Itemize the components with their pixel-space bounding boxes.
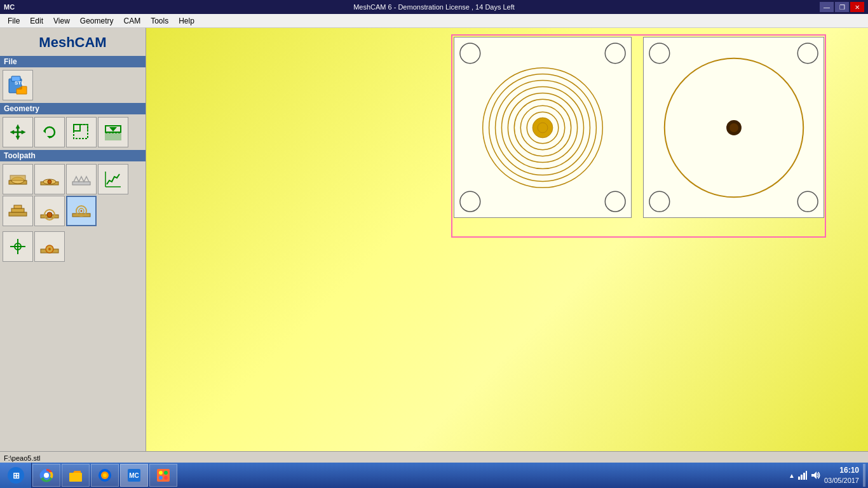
region-finish-button[interactable] — [34, 196, 65, 226]
svg-point-36 — [605, 191, 625, 212]
open-file-button[interactable]: STL — [3, 70, 33, 100]
origin-button[interactable] — [34, 231, 65, 262]
svg-point-48 — [797, 43, 818, 64]
app-icon-label: MC — [4, 3, 15, 11]
titlebar-left: MC — [4, 3, 15, 11]
svg-point-66 — [164, 471, 168, 475]
svg-point-68 — [164, 476, 168, 480]
svg-rect-10 — [10, 175, 25, 180]
taskbar-meshcam[interactable]: MC — [120, 464, 148, 487]
app-title: MeshCAM — [0, 28, 146, 56]
svg-point-46 — [538, 123, 548, 133]
section-toolpath: Toolpath — [0, 150, 146, 161]
menu-view[interactable]: View — [48, 15, 75, 27]
svg-point-67 — [159, 476, 163, 480]
toolpath-panel-left — [454, 37, 632, 218]
taskbar-explorer[interactable] — [62, 464, 90, 487]
section-geometry: Geometry — [0, 103, 146, 114]
zero-point-button[interactable] — [3, 231, 33, 262]
clock-date: 03/05/2017 — [824, 476, 859, 485]
file-tools: STL — [0, 67, 146, 103]
toolpath-chart-button[interactable] — [98, 164, 128, 194]
svg-rect-17 — [9, 212, 27, 216]
svg-rect-72 — [806, 471, 807, 480]
clock: 16:10 03/05/2017 — [824, 465, 859, 485]
network-icon — [797, 470, 808, 480]
taskbar: ⊞ MC — [0, 463, 868, 488]
svg-rect-69 — [798, 477, 800, 480]
svg-point-57 — [44, 473, 49, 478]
svg-point-47 — [649, 43, 670, 64]
scale-tool-button[interactable] — [66, 117, 97, 147]
svg-point-32 — [48, 248, 51, 250]
svg-point-33 — [460, 43, 480, 64]
sidebar: MeshCAM File STL Geometry — [0, 28, 146, 451]
volume-icon — [810, 470, 820, 480]
minimize-button[interactable]: — — [820, 2, 834, 12]
svg-rect-58 — [69, 473, 82, 482]
titlebar: MC MeshCAM 6 - Demonstration License , 1… — [0, 0, 868, 14]
menu-geometry[interactable]: Geometry — [75, 15, 119, 27]
close-button[interactable]: ✕ — [850, 2, 864, 12]
move-tool-button[interactable] — [3, 117, 33, 147]
svg-point-61 — [103, 473, 107, 477]
clock-time: 16:10 — [824, 465, 859, 476]
svg-rect-19 — [14, 205, 22, 208]
svg-point-65 — [159, 471, 163, 475]
svg-point-34 — [605, 43, 625, 64]
section-file: File — [0, 56, 146, 67]
svg-point-50 — [797, 191, 818, 212]
window-title: MeshCAM 6 - Demonstration License , 14 D… — [0, 3, 868, 11]
main-area: MeshCAM File STL Geometry — [0, 28, 868, 451]
toolpath-panel-right — [643, 37, 824, 218]
taskbar-right: ▲ 16:10 03/05/2017 — [789, 464, 868, 487]
menu-file[interactable]: File — [3, 15, 25, 27]
menu-cam[interactable]: CAM — [119, 15, 146, 27]
pencil-cleanup-button[interactable] — [34, 164, 65, 194]
svg-rect-18 — [11, 208, 24, 212]
rotate-tool-button[interactable] — [34, 117, 65, 147]
3d-roughing-button[interactable] — [3, 164, 33, 194]
menu-tools[interactable]: Tools — [146, 15, 173, 27]
menu-help[interactable]: Help — [173, 15, 200, 27]
system-icons: ▲ — [789, 470, 820, 480]
show-desktop-button[interactable] — [863, 464, 865, 487]
taskbar-firefox[interactable] — [91, 464, 119, 487]
maximize-button[interactable]: ❐ — [835, 2, 849, 12]
taskbar-chrome[interactable] — [32, 464, 60, 487]
menu-edit[interactable]: Edit — [25, 15, 48, 27]
svg-rect-64 — [157, 469, 170, 482]
svg-rect-6 — [105, 133, 121, 140]
svg-point-22 — [47, 212, 52, 217]
svg-point-26 — [81, 210, 83, 212]
svg-text:⊞: ⊞ — [12, 471, 19, 480]
viewport-container — [451, 34, 826, 238]
svg-text:MC: MC — [129, 472, 139, 479]
taskbar-paint[interactable] — [149, 464, 177, 487]
extra-tools — [0, 229, 146, 264]
flatten-tool-button[interactable] — [98, 117, 128, 147]
statusbar: F:\peao5.stl — [0, 451, 868, 464]
svg-point-13 — [48, 180, 51, 184]
svg-point-35 — [460, 191, 480, 212]
svg-point-49 — [649, 191, 670, 212]
titlebar-controls: — ❐ ✕ — [820, 2, 864, 12]
machine-region-button[interactable] — [3, 196, 33, 226]
svg-rect-14 — [72, 182, 90, 185]
geometry-tools — [0, 114, 146, 150]
file-path: F:\peao5.stl — [4, 454, 40, 462]
active-toolpath-button[interactable] — [66, 196, 97, 226]
menubar: File Edit View Geometry CAM Tools Help — [0, 14, 868, 28]
svg-point-53 — [729, 123, 738, 132]
svg-text:STL: STL — [15, 80, 24, 86]
svg-rect-70 — [801, 475, 803, 480]
start-button[interactable]: ⊞ — [0, 463, 32, 488]
canvas-area[interactable] — [146, 28, 868, 451]
toolpath-tools — [0, 161, 146, 229]
parallel-finish-button[interactable] — [66, 164, 97, 194]
show-hidden-icon[interactable]: ▲ — [789, 472, 795, 479]
svg-rect-71 — [803, 473, 805, 480]
svg-rect-3 — [74, 125, 80, 131]
